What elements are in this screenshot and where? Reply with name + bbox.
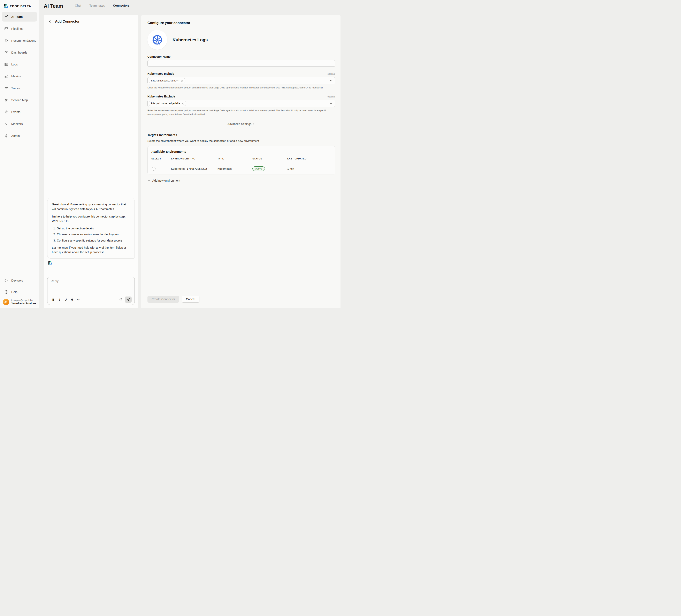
reply-toolbar: B I U H <> xyxy=(51,296,132,303)
configure-heading: Configure your connector xyxy=(148,21,335,25)
include-helper-text: Enter the Kubernetes namespace, pod, or … xyxy=(148,86,328,89)
edge-delta-mark-icon xyxy=(48,261,53,265)
brand-name: EDGE DELTA xyxy=(10,4,31,8)
status-badge: Active xyxy=(252,166,265,171)
connector-title: Kubernetes Logs xyxy=(173,37,208,42)
user-email: jean-paul@edgedelta.... xyxy=(11,299,36,302)
connector-name-label-row: Connector Name xyxy=(148,55,335,58)
sidebar-item-label: Monitors xyxy=(11,122,23,126)
message-paragraph: I'm here to help you configure this conn… xyxy=(52,214,130,223)
bar-chart-icon xyxy=(4,74,9,79)
environment-radio[interactable] xyxy=(152,167,155,170)
column-header-environment-tag: ENVIRONMENT TAG xyxy=(171,153,218,163)
target-environments-desc: Select the environment where you want to… xyxy=(148,139,335,142)
chevron-down-icon xyxy=(330,79,333,82)
user-account[interactable]: JB jean-paul@edgedelta.... Jean-Pauls Sa… xyxy=(0,297,39,308)
service-map-icon xyxy=(4,98,9,102)
kubernetes-exclude-label-row: Kubernetes Exclude optional xyxy=(148,95,335,98)
sidebar-item-service-map[interactable]: Service Map xyxy=(2,95,37,105)
sidebar-item-admin[interactable]: Admin xyxy=(2,131,37,140)
kubernetes-include-select[interactable]: k8s.namespace.name=.* xyxy=(148,77,335,84)
sidebar-item-label: Recommendations xyxy=(11,39,36,42)
advanced-settings-button[interactable]: Advanced Settings xyxy=(228,122,255,126)
tab-teammates[interactable]: Teammates xyxy=(89,4,105,9)
sidebar-item-monitors[interactable]: Monitors xyxy=(2,119,37,129)
code-button[interactable]: <> xyxy=(75,297,81,302)
bolt-icon xyxy=(4,110,9,114)
footer-actions: Create Connector Cancel xyxy=(148,292,335,308)
pipeline-icon xyxy=(4,26,9,31)
panel-header: Add Connector xyxy=(44,15,138,27)
message-paragraph: Great choice! You're setting up a stream… xyxy=(52,202,130,211)
kubernetes-exclude-select[interactable]: k8s.pod.name=edgedelta xyxy=(148,100,335,107)
cancel-button[interactable]: Cancel xyxy=(182,296,199,303)
send-button[interactable] xyxy=(125,296,132,303)
sidebar-item-label: Metrics xyxy=(11,75,21,78)
column-header-type: TYPE xyxy=(218,153,252,163)
available-environments-title: Available Environments xyxy=(148,146,335,153)
message-step: Choose or create an environment for depl… xyxy=(56,232,130,237)
sidebar-item-label: AI Team xyxy=(11,15,23,19)
sidebar-item-pipelines[interactable]: Pipelines xyxy=(2,24,37,33)
connector-name-label: Connector Name xyxy=(148,55,171,58)
environment-type-cell: Kubernetes xyxy=(218,164,252,173)
kubernetes-include-label-row: Kubernetes Include optional xyxy=(148,72,335,75)
connector-name-input[interactable] xyxy=(148,60,335,67)
chat-area: Great choice! You're setting up a stream… xyxy=(44,27,138,308)
kubernetes-exclude-label: Kubernetes Exclude xyxy=(148,95,175,98)
sidebar-item-ai-team[interactable]: AI Team xyxy=(2,12,37,22)
sidebar-item-help[interactable]: Help xyxy=(2,287,37,297)
sidebar-item-label: Dashboards xyxy=(11,51,27,54)
message-step: Configure any specific settings for your… xyxy=(56,238,130,243)
add-new-environment-button[interactable]: Add new environment xyxy=(148,179,180,182)
back-button[interactable] xyxy=(48,19,52,24)
sidebar-item-label: Logs xyxy=(11,63,18,66)
remove-include-chip-button[interactable] xyxy=(181,80,183,82)
column-header-status: STATUS xyxy=(252,153,287,163)
gauge-icon xyxy=(4,50,9,55)
sidebar-item-logs[interactable]: Logs xyxy=(2,59,37,69)
plus-icon xyxy=(148,179,151,182)
sidebar-item-recommendations[interactable]: Recommendations xyxy=(2,36,37,45)
ai-assist-button[interactable] xyxy=(118,297,124,302)
include-chip: k8s.namespace.name=.* xyxy=(149,78,185,83)
message-paragraph: Let me know if you need help with any of… xyxy=(52,245,130,255)
italic-button[interactable]: I xyxy=(57,297,62,302)
sidebar-item-events[interactable]: Events xyxy=(2,107,37,117)
message-step: Set up the connection details xyxy=(56,226,130,231)
add-connector-panel: Add Connector Great choice! You're setti… xyxy=(44,15,138,308)
sidebar-item-label: Events xyxy=(11,110,20,114)
optional-label: optional xyxy=(327,73,335,75)
underline-button[interactable]: U xyxy=(63,297,68,302)
logs-icon xyxy=(4,62,9,67)
sidebar-item-label: Admin xyxy=(11,134,20,137)
sidebar-item-label: Service Map xyxy=(11,99,28,102)
waveform-icon xyxy=(4,122,9,126)
reply-input[interactable] xyxy=(51,279,132,296)
tab-connectors[interactable]: Connectors xyxy=(113,4,130,9)
create-connector-button[interactable]: Create Connector xyxy=(148,296,179,303)
environments-table-header: SELECT ENVIRONMENT TAG TYPE STATUS LAST … xyxy=(148,153,335,163)
sidebar-item-traces[interactable]: Traces xyxy=(2,83,37,93)
heading-button[interactable]: H xyxy=(69,297,75,302)
column-header-last-updated: LAST UPDATED xyxy=(287,153,331,163)
add-environment-link[interactable]: add a new environment xyxy=(230,139,259,142)
chevron-down-icon xyxy=(330,102,333,105)
reply-composer: B I U H <> xyxy=(47,276,135,305)
configure-connector-panel: Configure your connector Kubernetes Logs… xyxy=(141,15,340,308)
connector-identity: Kubernetes Logs xyxy=(148,30,335,50)
exclude-helper-text: Enter the Kubernetes namespace, pod, or … xyxy=(148,109,332,116)
column-header-select: SELECT xyxy=(151,153,171,163)
sidebar-item-devtools[interactable]: Devtools xyxy=(2,275,37,285)
sidebar-item-dashboards[interactable]: Dashboards xyxy=(2,48,37,57)
kubernetes-logo-circle xyxy=(148,30,167,50)
available-environments-card: Available Environments SELECT ENVIRONMEN… xyxy=(148,146,335,175)
help-icon xyxy=(4,290,9,294)
tab-chat[interactable]: Chat xyxy=(75,4,81,9)
edge-delta-logo[interactable]: EDGE DELTA xyxy=(0,0,39,11)
bold-button[interactable]: B xyxy=(51,297,56,302)
message-steps: Set up the connection details Choose or … xyxy=(53,226,130,243)
remove-exclude-chip-button[interactable] xyxy=(181,102,184,105)
lightbulb-icon xyxy=(4,38,9,43)
sidebar-item-metrics[interactable]: Metrics xyxy=(2,72,37,81)
